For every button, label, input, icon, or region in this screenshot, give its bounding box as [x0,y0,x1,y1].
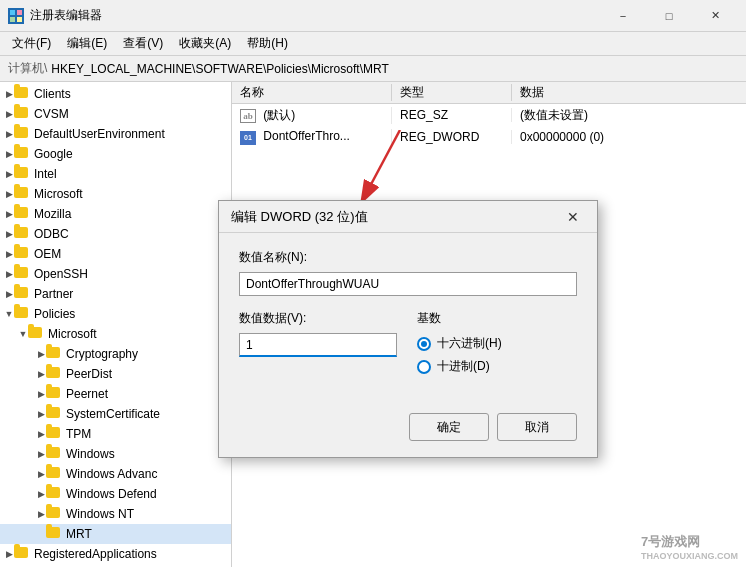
tree-item-google[interactable]: ▶ Google [0,144,231,164]
expand-icon: ▶ [36,347,46,361]
tree-label: Windows Advanc [66,467,157,481]
tree-item-policies-microsoft[interactable]: ▼ Microsoft [0,324,231,344]
radio-hex-label: 十六进制(H) [437,335,502,352]
tree-item-windows[interactable]: ▶ Windows [0,444,231,464]
close-button[interactable]: ✕ [692,0,738,32]
tree-item-tpm[interactable]: ▶ TPM [0,424,231,444]
tree-item-odbc[interactable]: ▶ ODBC [0,224,231,244]
expand-icon: ▶ [4,107,14,121]
tree-item-systemcertificate[interactable]: ▶ SystemCertificate [0,404,231,424]
tree-item-mrt[interactable]: MRT [0,524,231,544]
tree-label: Policies [34,307,75,321]
folder-icon [46,447,62,461]
folder-icon [46,387,62,401]
tree-label: Windows [66,447,115,461]
tree-item-partner[interactable]: ▶ Partner [0,284,231,304]
menu-view[interactable]: 查看(V) [115,33,171,54]
tree-panel: ▶ Clients ▶ CVSM ▶ DefaultUserEnvironmen… [0,82,232,567]
folder-icon [46,487,62,501]
menu-help[interactable]: 帮助(H) [239,33,296,54]
tree-item-oem[interactable]: ▶ OEM [0,244,231,264]
radio-hex[interactable]: 十六进制(H) [417,335,577,352]
tree-item-cryptography[interactable]: ▶ Cryptography [0,344,231,364]
tree-label: Cryptography [66,347,138,361]
svg-rect-1 [17,10,22,15]
tree-item-registered-apps[interactable]: ▶ RegisteredApplications [0,544,231,564]
folder-icon [14,287,30,301]
tree-label: Windows NT [66,507,134,521]
folder-icon [14,187,30,201]
reg-type: REG_DWORD [392,130,512,144]
tree-label: MRT [66,527,92,541]
folder-icon [14,87,30,101]
expand-icon: ▶ [4,147,14,161]
tree-item-windows-nt[interactable]: ▶ Windows NT [0,504,231,524]
value-data-field: 数值数据(V): [239,310,397,375]
address-path: HKEY_LOCAL_MACHINE\SOFTWARE\Policies\Mic… [51,62,388,76]
menu-bar: 文件(F) 编辑(E) 查看(V) 收藏夹(A) 帮助(H) [0,32,746,56]
folder-icon [14,127,30,141]
tree-item-intel[interactable]: ▶ Intel [0,164,231,184]
tree-item-windows-defend[interactable]: ▶ Windows Defend [0,484,231,504]
maximize-button[interactable]: □ [646,0,692,32]
value-name-input[interactable] [239,272,577,296]
reg-name-text: (默认) [263,108,295,122]
folder-icon [14,227,30,241]
expand-icon: ▶ [4,127,14,141]
folder-icon [14,167,30,181]
title-bar: 注册表编辑器 − □ ✕ [0,0,746,32]
ok-button[interactable]: 确定 [409,413,489,441]
table-row[interactable]: 01 DontOfferThro... REG_DWORD 0x00000000… [232,126,746,148]
dialog-buttons: 确定 取消 [219,405,597,457]
value-data-input[interactable] [239,333,397,357]
svg-rect-2 [10,17,15,22]
tree-item-policies[interactable]: ▼ Policies [0,304,231,324]
svg-rect-0 [10,10,15,15]
expand-icon: ▼ [18,327,28,341]
address-label: 计算机\ [8,60,47,77]
tree-label: Peernet [66,387,108,401]
radio-dec[interactable]: 十进制(D) [417,358,577,375]
expand-icon [36,527,46,541]
value-name-label: 数值名称(N): [239,249,577,266]
watermark-line1: 7号游戏网 [641,533,738,551]
tree-item-peernet[interactable]: ▶ Peernet [0,384,231,404]
radio-group: 十六进制(H) 十进制(D) [417,335,577,375]
expand-icon: ▶ [36,367,46,381]
minimize-button[interactable]: − [600,0,646,32]
menu-file[interactable]: 文件(F) [4,33,59,54]
tree-item-windows-advanc[interactable]: ▶ Windows Advanc [0,464,231,484]
expand-icon: ▶ [36,507,46,521]
expand-icon: ▶ [4,547,14,561]
tree-item-peerdist[interactable]: ▶ PeerDist [0,364,231,384]
tree-item-defaultuserenv[interactable]: ▶ DefaultUserEnvironment [0,124,231,144]
tree-label: Google [34,147,73,161]
menu-favorites[interactable]: 收藏夹(A) [171,33,239,54]
base-section: 基数 十六进制(H) 十进制(D) [417,310,577,375]
menu-edit[interactable]: 编辑(E) [59,33,115,54]
tree-label: Windows Defend [66,487,157,501]
expand-icon: ▶ [36,407,46,421]
expand-icon: ▶ [4,227,14,241]
folder-icon [46,467,62,481]
folder-icon [14,267,30,281]
folder-icon [28,327,44,341]
tree-item-openssh[interactable]: ▶ OpenSSH [0,264,231,284]
table-row[interactable]: ab (默认) REG_SZ (数值未设置) [232,104,746,126]
tree-label: PeerDist [66,367,112,381]
tree-item-clients[interactable]: ▶ Clients [0,84,231,104]
value-data-label: 数值数据(V): [239,310,397,327]
col-name: 名称 [232,84,392,101]
tree-item-cvsm[interactable]: ▶ CVSM [0,104,231,124]
expand-icon: ▶ [4,167,14,181]
tree-item-mozilla[interactable]: ▶ Mozilla [0,204,231,224]
tree-item-microsoft[interactable]: ▶ Microsoft [0,184,231,204]
expand-icon: ▶ [4,267,14,281]
folder-icon [46,427,62,441]
folder-icon [46,527,62,541]
dialog-close-button[interactable]: ✕ [561,205,585,229]
cancel-button[interactable]: 取消 [497,413,577,441]
expand-icon: ▶ [36,487,46,501]
tree-label: Mozilla [34,207,71,221]
tree-label: Partner [34,287,73,301]
